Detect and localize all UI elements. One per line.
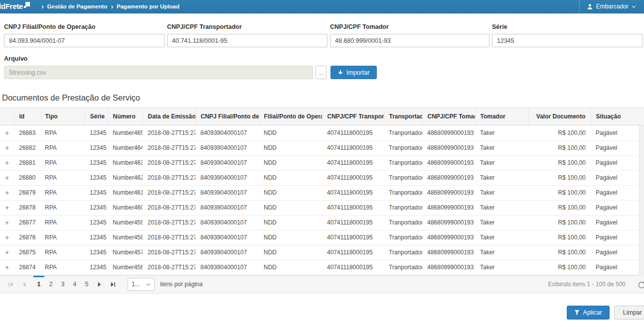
pager-page-5[interactable]: 5: [81, 276, 93, 293]
cell-tipo: RPA: [40, 125, 85, 140]
expand-row-icon[interactable]: +: [5, 129, 9, 137]
expand-row-icon[interactable]: +: [5, 263, 9, 271]
expand-cell: +: [0, 170, 14, 185]
pager-first-icon: [8, 282, 13, 287]
pager-page-4[interactable]: 4: [69, 276, 81, 293]
footer-actions: Aplicar Limpar: [0, 306, 644, 320]
col-header-filial[interactable]: Filial/Ponto de Operação: [259, 108, 322, 125]
expand-row-icon[interactable]: +: [5, 174, 9, 182]
cell-serie: 12345: [85, 200, 108, 215]
col-header-id[interactable]: Id: [14, 108, 40, 125]
cell-cnpj_filial: 84093904000107: [195, 245, 259, 260]
cell-tomador: Taker: [475, 230, 528, 245]
cnpj-tomador-input[interactable]: [330, 34, 489, 47]
col-header-numero[interactable]: Número: [108, 108, 143, 125]
cnpj-transportador-input[interactable]: [167, 34, 327, 47]
user-menu[interactable]: Embarcador: [579, 0, 644, 13]
cell-data_emissao: 2018-08-27T15:27:50.727: [143, 170, 195, 185]
col-header-serie[interactable]: Série: [85, 108, 108, 125]
vertical-scrollbar[interactable]: [639, 125, 644, 275]
pager-first-button[interactable]: [4, 276, 17, 293]
breadcrumb-item-gestao[interactable]: Gestão de Pagamento: [47, 3, 108, 9]
browse-file-button[interactable]: ...: [316, 66, 326, 79]
col-header-cnpj-tomador[interactable]: CNPJ/CPF Tomador: [422, 108, 475, 125]
table-row: +26879RPA12345Number4612018-08-27T15:27:…: [0, 185, 639, 200]
apply-button[interactable]: Aplicar: [567, 306, 610, 320]
cnpj-filial-input[interactable]: [4, 34, 164, 47]
cell-cnpj_transportador: 40741118000195: [322, 200, 384, 215]
cell-transportador: Tranportador 1: [384, 125, 422, 140]
table-row: +26874RPA12345Number4562018-08-27T15:27:…: [0, 260, 639, 275]
cell-cnpj_tomador: 48680999000193: [422, 125, 475, 140]
filter-icon: [574, 310, 580, 315]
expand-row-icon[interactable]: +: [5, 204, 9, 212]
expand-row-icon[interactable]: +: [5, 159, 9, 167]
logo-mark-icon: [24, 2, 30, 8]
col-header-tipo[interactable]: Tipo: [40, 108, 85, 125]
expand-row-icon[interactable]: +: [5, 189, 9, 197]
cell-id: 26883: [14, 125, 40, 140]
expand-row-icon[interactable]: +: [5, 144, 9, 152]
import-button[interactable]: Importar: [330, 66, 377, 79]
cell-serie: 12345: [85, 230, 108, 245]
app-logo[interactable]: ddFrete: [0, 0, 30, 12]
col-header-tomador[interactable]: Tomador: [475, 108, 528, 125]
pager-page-2[interactable]: 2: [45, 276, 57, 293]
cell-tipo: RPA: [40, 200, 85, 215]
breadcrumb: › Gestão de Pagamento › Pagamento por Up…: [38, 3, 179, 10]
expand-row-icon[interactable]: +: [5, 219, 9, 226]
serie-input[interactable]: [492, 34, 643, 47]
table-row: +26881RPA12345Number4632018-08-27T15:27:…: [0, 155, 639, 170]
col-header-transportador[interactable]: Transportador: [384, 108, 422, 125]
pager-page-3[interactable]: 3: [57, 276, 69, 293]
col-header-situacao[interactable]: Situação: [591, 108, 644, 125]
table-row: +26878RPA12345Number4602018-08-27T15:27:…: [0, 200, 639, 215]
pager-last-button[interactable]: [106, 276, 120, 293]
page-size-dropdown[interactable]: 1...: [128, 278, 155, 291]
breadcrumb-chevron-icon: ›: [111, 3, 113, 10]
refresh-icon[interactable]: [638, 281, 644, 291]
cell-numero: Number456: [108, 260, 143, 275]
cell-serie: 12345: [85, 140, 108, 155]
breadcrumb-chevron-icon: ›: [41, 3, 44, 10]
filter-form: CNPJ Filial/Ponto de Operação CNPJ/CPF T…: [0, 13, 644, 47]
cell-cnpj_filial: 84093904000107: [195, 260, 259, 275]
pager-page-1[interactable]: 1: [33, 276, 45, 293]
cell-situacao: Pagável: [591, 260, 639, 275]
col-header-data-emissao[interactable]: Data de Emissão↓: [143, 108, 195, 125]
expand-cell: +: [0, 215, 14, 230]
cell-valor_documento: R$ 100,00: [528, 245, 591, 260]
cell-valor_documento: R$ 100,00: [528, 155, 591, 170]
pager-last-icon: [110, 282, 116, 287]
cell-tomador: Taker: [475, 245, 528, 260]
clear-button[interactable]: Limpar: [614, 306, 644, 320]
cell-tomador: Taker: [475, 200, 528, 215]
col-header-cnpj-filial[interactable]: CNPJ Filial/Ponto de Operaç...: [195, 108, 259, 125]
expand-row-icon[interactable]: +: [5, 248, 9, 256]
col-header-cnpj-transportador[interactable]: CNPJ/CPF Transportador: [322, 108, 384, 125]
cell-id: 26876: [14, 230, 40, 245]
cell-situacao: Pagável: [591, 140, 639, 155]
pager-prev-button[interactable]: [17, 276, 31, 293]
user-icon: [587, 3, 593, 10]
pager-next-icon: [97, 282, 102, 287]
cell-tomador: Taker: [475, 170, 528, 185]
expand-row-icon[interactable]: +: [5, 233, 9, 241]
expand-cell: +: [0, 245, 14, 260]
serie-label: Série: [492, 23, 643, 30]
cell-valor_documento: R$ 100,00: [528, 200, 591, 215]
user-menu-label: Embarcador: [596, 3, 629, 10]
cell-data_emissao: 2018-08-27T15:27:49.9: [143, 215, 195, 230]
cell-cnpj_transportador: 40741118000195: [322, 260, 384, 275]
cell-data_emissao: 2018-08-27T15:27:50.163: [143, 200, 195, 215]
cell-data_emissao: 2018-08-27T15:27:49.1: [143, 260, 195, 275]
cell-valor_documento: R$ 100,00: [528, 125, 591, 140]
pager-next-button[interactable]: [93, 276, 106, 293]
cell-numero: Number458: [108, 230, 143, 245]
table-body: +26883RPA12345Number4652018-08-27T15:27:…: [0, 125, 639, 275]
cell-filial: NDD: [259, 230, 322, 245]
cell-filial: NDD: [259, 170, 322, 185]
col-header-valor[interactable]: Valor Documento: [528, 108, 591, 125]
chevron-down-icon: [632, 5, 636, 8]
breadcrumb-item-upload[interactable]: Pagamento por Upload: [117, 3, 179, 9]
